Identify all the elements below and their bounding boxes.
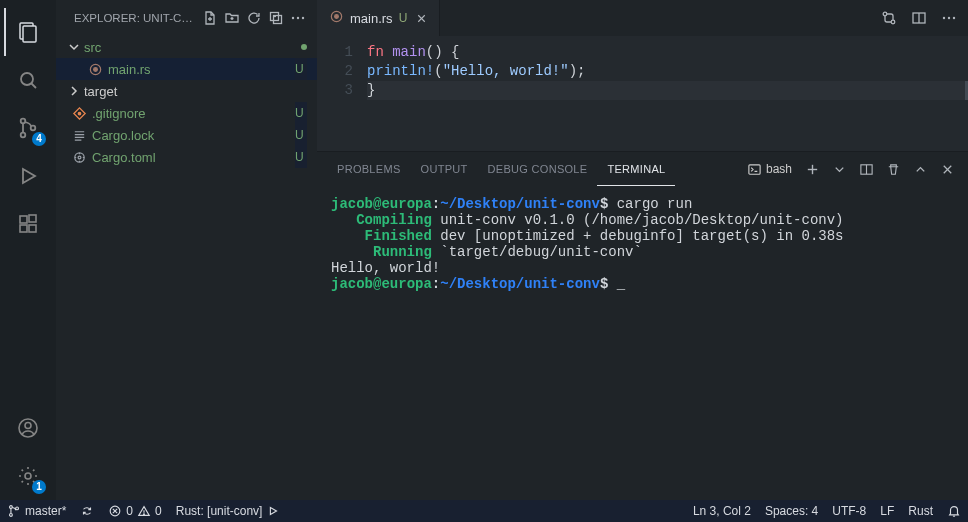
tab-terminal[interactable]: TERMINAL (597, 152, 675, 186)
refresh-icon[interactable] (243, 7, 265, 29)
string: "Hello, world!" (443, 63, 569, 79)
maximize-panel-icon[interactable] (910, 158, 931, 180)
git-status: U (295, 58, 307, 80)
explorer-header: EXPLORER: UNIT-C… (56, 0, 317, 36)
activity-scm[interactable]: 4 (4, 104, 52, 152)
svg-point-50 (144, 514, 145, 515)
status-encoding[interactable]: UTF-8 (825, 500, 873, 522)
split-terminal-icon[interactable] (856, 158, 877, 180)
activity-bar: 4 1 (0, 0, 56, 500)
editor-tabbar: main.rs U (317, 0, 968, 36)
term-user: jacob (331, 196, 373, 212)
punct: ); (569, 63, 586, 79)
lock-file-icon (70, 128, 88, 143)
main-area: main.rs U 1 2 3 fn main() { println!("He… (317, 0, 968, 500)
new-terminal-icon[interactable] (802, 158, 823, 180)
explorer-title: EXPLORER: UNIT-C… (74, 12, 199, 24)
collapse-icon[interactable] (265, 7, 287, 29)
tree-file-main-rs[interactable]: main.rs U (56, 58, 317, 80)
activity-extensions[interactable] (4, 200, 52, 248)
tree-file-cargo-lock[interactable]: Cargo.lock U (56, 124, 317, 146)
spaces: Spaces: 4 (765, 504, 818, 518)
new-file-icon[interactable] (199, 7, 221, 29)
file-tree: src main.rs U target .gitignore U Cargo.… (56, 36, 317, 500)
status-problems[interactable]: 0 0 (101, 500, 168, 522)
close-panel-icon[interactable] (937, 158, 958, 180)
svg-point-2 (21, 73, 33, 85)
svg-rect-11 (29, 215, 36, 222)
term-host: europa (381, 196, 431, 212)
branch-name: master* (25, 504, 66, 518)
macro: println! (367, 63, 434, 79)
svg-point-43 (10, 506, 13, 509)
status-eol[interactable]: LF (873, 500, 901, 522)
svg-point-29 (883, 12, 887, 16)
svg-rect-9 (20, 225, 27, 232)
tree-folder-src[interactable]: src (56, 36, 317, 58)
compare-changes-icon[interactable] (878, 7, 900, 29)
terminal-output[interactable]: jacob@europa:~/Desktop/unit-conv$ cargo … (317, 186, 968, 500)
close-icon[interactable] (413, 10, 429, 26)
scm-badge: 4 (32, 132, 46, 146)
svg-marker-7 (23, 169, 35, 183)
punct: ( (434, 63, 442, 79)
terminal-shell-select[interactable]: bash (743, 158, 796, 180)
term-compiling: Compiling (356, 212, 432, 228)
tree-folder-target[interactable]: target (56, 80, 317, 102)
svg-rect-1 (23, 26, 36, 42)
code-editor[interactable]: 1 2 3 fn main() { println!("Hello, world… (317, 36, 968, 151)
status-rust-analyzer[interactable]: Rust: [unit-conv] (169, 500, 288, 522)
more-icon[interactable] (287, 7, 309, 29)
activity-settings[interactable]: 1 (4, 452, 52, 500)
shell-name: bash (766, 162, 792, 176)
chevron-down-icon (66, 41, 82, 53)
activity-account[interactable] (4, 404, 52, 452)
eol: LF (880, 504, 894, 518)
rust-project: Rust: [unit-conv] (176, 504, 263, 518)
activity-explorer[interactable] (4, 8, 52, 56)
status-sync[interactable] (73, 500, 101, 522)
svg-point-44 (10, 514, 13, 517)
activity-search[interactable] (4, 56, 52, 104)
svg-point-22 (78, 112, 80, 114)
term-colon: : (432, 196, 440, 212)
status-cursor[interactable]: Ln 3, Col 2 (686, 500, 758, 522)
split-editor-icon[interactable] (908, 7, 930, 29)
toml-file-icon (70, 150, 88, 165)
function-name: main (392, 44, 426, 60)
svg-rect-10 (29, 225, 36, 232)
term-text: unit-conv v0.1.0 (/home/jacob/Desktop/un… (432, 212, 844, 228)
tab-label: main.rs (350, 11, 393, 26)
term-cursor: _ (608, 276, 625, 292)
line-number: 3 (317, 81, 353, 100)
tree-label: Cargo.lock (92, 128, 295, 143)
terminal-dropdown-icon[interactable] (829, 158, 850, 180)
tree-file-gitignore[interactable]: .gitignore U (56, 102, 317, 124)
tab-output[interactable]: OUTPUT (411, 152, 478, 186)
status-language[interactable]: Rust (901, 500, 940, 522)
tab-main-rs[interactable]: main.rs U (317, 0, 440, 36)
status-indent[interactable]: Spaces: 4 (758, 500, 825, 522)
status-branch[interactable]: master* (0, 500, 73, 522)
git-modified-dot (301, 44, 307, 50)
svg-point-14 (25, 473, 31, 479)
keyword: fn (367, 44, 384, 60)
more-icon[interactable] (938, 7, 960, 29)
status-notifications[interactable] (940, 500, 968, 522)
punct: () (426, 44, 443, 60)
punct: } (367, 82, 375, 98)
kill-terminal-icon[interactable] (883, 158, 904, 180)
new-folder-icon[interactable] (221, 7, 243, 29)
warning-count: 0 (155, 504, 162, 518)
tree-file-cargo-toml[interactable]: Cargo.toml U (56, 146, 317, 168)
error-count: 0 (126, 504, 133, 518)
rust-file-icon (86, 62, 104, 77)
svg-rect-36 (749, 164, 760, 173)
tab-modified: U (399, 11, 408, 25)
svg-point-33 (943, 17, 945, 19)
line-number: 1 (317, 43, 353, 62)
activity-debug[interactable] (4, 152, 52, 200)
tab-problems[interactable]: PROBLEMS (327, 152, 411, 186)
tab-debug-console[interactable]: DEBUG CONSOLE (478, 152, 598, 186)
rust-file-icon (329, 9, 344, 27)
